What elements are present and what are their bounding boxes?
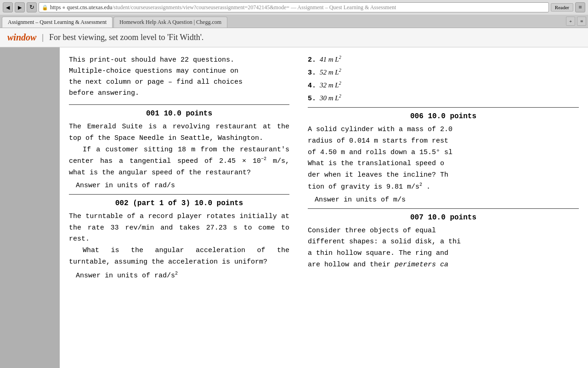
- question-007-header: 007 10.0 points: [308, 213, 579, 222]
- question-006-header: 006 10.0 points: [308, 112, 579, 121]
- q001-answer-units: Answer in units of rad/s: [76, 182, 289, 190]
- answer-num-4: 4.: [308, 82, 317, 90]
- tabs-bar: Assignment – Quest Learning & Assessment…: [0, 15, 588, 28]
- refresh-button[interactable]: ↻: [27, 2, 37, 12]
- answer-num-2: 2.: [308, 56, 317, 64]
- answer-item-2: 2. 41 m L2: [308, 55, 579, 64]
- nav-bar: ◀ ▶ ↻ 🔒 https ● quest.cns.utexas.edu/stu…: [0, 0, 588, 15]
- question-001-header: 001 10.0 points: [69, 109, 289, 118]
- info-bar: window | For best viewing, set zoom leve…: [0, 28, 588, 47]
- sidebar: [0, 47, 60, 368]
- tab-menu-button[interactable]: ≡: [577, 17, 586, 26]
- forward-button[interactable]: ▶: [15, 2, 25, 12]
- new-tab-button[interactable]: +: [566, 17, 575, 26]
- browser-chrome: ◀ ▶ ↻ 🔒 https ● quest.cns.utexas.edu/stu…: [0, 0, 588, 28]
- q002-answer-units: Answer in units of rad/s2: [76, 271, 289, 280]
- answer-num-3: 3.: [308, 69, 317, 77]
- q002-text2: What is the angular acceleration of the …: [69, 245, 289, 268]
- url-text: https ● quest.cns.utexas.edu/student/cou…: [50, 4, 546, 11]
- question-002-header: 002 (part 1 of 3) 10.0 points: [69, 199, 289, 207]
- reader-button[interactable]: Reader: [551, 3, 573, 12]
- tab-assignment[interactable]: Assignment – Quest Learning & Assessment: [2, 17, 113, 28]
- address-bar[interactable]: 🔒 https ● quest.cns.utexas.edu/student/c…: [39, 2, 549, 12]
- url-path: /student/courseuserassignments/view?cour…: [112, 4, 396, 11]
- answer-item-4: 4. 32 m L2: [308, 80, 579, 90]
- question-002-body: The turntable of a record player rotates…: [69, 211, 289, 268]
- right-separator-1: [308, 107, 579, 108]
- q001-text1: The Emerald Suite is a revolving restaur…: [69, 123, 289, 142]
- menu-button[interactable]: ≡: [575, 2, 585, 12]
- q006-answer-units: Answer in units of m/s: [315, 196, 579, 204]
- question-006-body: A solid cylinder with a mass of 2.0 radi…: [308, 124, 579, 193]
- tab-chegg[interactable]: Homework Help Ask A Question | Chegg.com: [113, 17, 227, 28]
- intro-paragraph: This print-out should have 22 questions.…: [69, 55, 289, 99]
- answer-expr-4: 32 m L2: [320, 80, 341, 89]
- url-domain: https ● quest.cns.utexas.edu: [50, 4, 112, 11]
- window-label: window: [7, 32, 36, 43]
- q006-indent: What is the translational speed o der wh…: [308, 160, 448, 191]
- question-007-body: Consider three objects of equal differen…: [308, 225, 579, 271]
- answer-num-5: 5.: [308, 95, 317, 103]
- answer-expr-2: 41 m L2: [320, 55, 341, 63]
- info-message: For best viewing, set zoom level to 'Fit…: [49, 33, 204, 42]
- document-left-column: This print-out should have 22 questions.…: [60, 47, 299, 368]
- answer-expr-5: 30 m L2: [320, 93, 341, 102]
- answer-expr-3: 52 m L2: [320, 68, 341, 76]
- answer-item-3: 3. 52 m L2: [308, 68, 579, 77]
- lock-icon: 🔒: [42, 5, 48, 11]
- info-divider: |: [42, 33, 44, 42]
- q002-text1: The turntable of a record player rotates…: [69, 213, 289, 243]
- document-right-column: 2. 41 m L2 3. 52 m L2 4. 32 m L2 5. 30 m…: [299, 47, 588, 368]
- separator-1: [69, 104, 289, 105]
- right-separator-2: [308, 208, 579, 209]
- tab-controls: + ≡: [566, 17, 586, 28]
- back-button[interactable]: ◀: [3, 2, 13, 12]
- answer-item-5: 5. 30 m L2: [308, 93, 579, 103]
- separator-2: [69, 194, 289, 195]
- question-001-body: The Emerald Suite is a revolving restaur…: [69, 121, 289, 179]
- q001-text2: If a customer sitting 18 m from the rest…: [69, 144, 289, 179]
- content-area: This print-out should have 22 questions.…: [0, 47, 588, 368]
